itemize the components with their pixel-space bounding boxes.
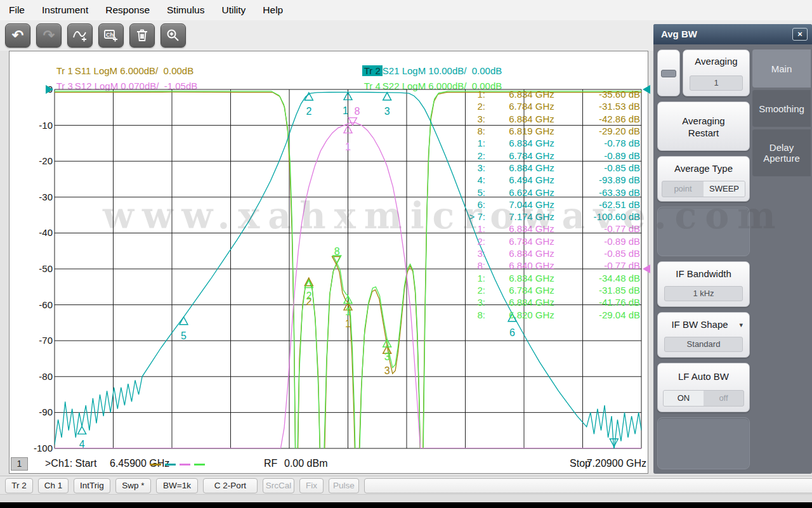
averaging-button[interactable]: Averaging 1	[683, 49, 750, 96]
status-button-pulse[interactable]: Pulse	[329, 478, 359, 493]
zoom-button[interactable]	[160, 23, 186, 48]
marker-readout-row: 8:6.820 GHz-29.04 dB	[460, 309, 640, 322]
marker-label: 1	[345, 141, 351, 152]
marker-number: 1:	[460, 88, 485, 101]
marker-readout-row: 2:6.784 GHz-0.89 dB	[460, 150, 640, 162]
stop-frequency: 7.20900 GHz	[587, 458, 646, 469]
marker-frequency: 6.834 GHz	[485, 137, 578, 150]
averaging-restart-button[interactable]: Averaging Restart	[657, 101, 750, 151]
menu-item-utility[interactable]: Utility	[219, 3, 248, 17]
lf-auto-bw-off[interactable]: off	[704, 391, 743, 406]
channel-badge[interactable]: 1	[11, 457, 28, 471]
marker-number: 3:	[460, 113, 485, 126]
menu-item-response[interactable]: Response	[103, 3, 152, 17]
trace-label-tr3[interactable]: Tr 3S12 LogM 0.070dB/ -1.05dB	[44, 70, 197, 82]
trace-swatch	[194, 464, 205, 466]
marker-value: -29.20 dB	[578, 125, 640, 138]
empty-panel-slot	[657, 207, 750, 256]
marker-label: 1	[345, 318, 351, 329]
trace-label-tr2[interactable]: Tr 2S21 LogM 10.00dB/ 0.00dB	[351, 55, 502, 67]
status-button-bw-1k[interactable]: BW=1k	[156, 478, 198, 493]
plot-window: Tr 1S11 LogM 6.000dB/ 0.00dB Tr 2S21 Log…	[9, 51, 648, 474]
marker-number: 8:	[460, 125, 485, 138]
status-button-fix[interactable]: Fix	[299, 478, 324, 493]
marker-value: -63.39 dB	[578, 186, 640, 199]
marker-readout-row: 6:7.044 GHz-62.51 dB	[460, 199, 640, 211]
close-icon[interactable]: ×	[792, 28, 808, 41]
menu-item-file[interactable]: File	[6, 3, 27, 17]
marker-frequency: 6.819 GHz	[485, 125, 578, 138]
if-bw-shape-button[interactable]: IF BW Shape ▾ Standard	[657, 312, 750, 358]
averaging-toggle-button[interactable]	[657, 49, 680, 96]
add-channel-icon: Ch	[103, 28, 119, 43]
marker-readout-row: > 7:7.174 GHz-100.60 dB	[460, 211, 640, 223]
marker-value: -0.77 dB	[578, 259, 640, 272]
status-button-srccal[interactable]: SrcCal	[263, 478, 294, 493]
marker-readout-row: 2:6.784 GHz-0.89 dB	[460, 235, 640, 248]
trace-label-tr4[interactable]: Tr 4S22 LogM 6.000dB/ 0.00dB	[351, 70, 502, 82]
marker-number: 3:	[460, 162, 485, 174]
marker-readout-row: 8:6.819 GHz-29.20 dB	[460, 125, 640, 138]
marker-frequency: 6.784 GHz	[485, 100, 578, 113]
average-type-point[interactable]: point	[662, 181, 704, 197]
menu-item-instrument[interactable]: Instrument	[39, 3, 91, 17]
trace-swatch	[150, 464, 161, 466]
marker-value: -0.85 dB	[578, 162, 640, 174]
tab-smoothing[interactable]: Smoothing	[752, 90, 811, 127]
status-button-ch-1[interactable]: Ch 1	[38, 478, 69, 493]
tab-main[interactable]: Main	[752, 49, 811, 88]
if-bw-shape-label: IF BW Shape	[658, 319, 749, 330]
marker-triangle	[78, 426, 86, 434]
marker-number: 8:	[460, 309, 485, 322]
zoom-in-icon	[166, 28, 181, 43]
marker-value: -0.89 dB	[578, 235, 640, 248]
if-bandwidth-button[interactable]: IF Bandwidth 1 kHz	[657, 261, 750, 307]
marker-label: 1	[343, 105, 348, 116]
delete-button[interactable]	[129, 23, 155, 48]
marker-value: -0.85 dB	[578, 247, 640, 260]
marker-readout-row: 1:6.834 GHz-35.60 dB	[460, 88, 640, 101]
trace-label-tr1[interactable]: Tr 1S11 LogM 6.000dB/ 0.00dB	[44, 55, 193, 67]
status-button-inttrig[interactable]: IntTrig	[74, 478, 110, 493]
marker-readout-row: 5:6.624 GHz-63.39 dB	[460, 186, 640, 199]
marker-number: 2:	[460, 235, 485, 248]
status-button-swp-[interactable]: Swp *	[115, 478, 151, 493]
marker-frequency: 6.784 GHz	[485, 235, 578, 248]
status-button-empty[interactable]	[364, 478, 812, 493]
marker-readout-row: 2:6.784 GHz-31.53 dB	[460, 100, 640, 113]
undo-button[interactable]: ↶	[5, 23, 30, 48]
average-type-sweep[interactable]: SWEEP	[704, 181, 745, 197]
status-button-tr-2[interactable]: Tr 2	[5, 478, 33, 493]
marker-number: 2:	[460, 100, 485, 113]
marker-number: 5:	[460, 186, 485, 199]
lf-auto-bw-segment[interactable]: ON off	[663, 390, 744, 407]
menu-item-stimulus[interactable]: Stimulus	[164, 3, 207, 17]
marker-frequency: 6.884 GHz	[485, 296, 578, 309]
lf-auto-bw-on[interactable]: ON	[664, 391, 704, 406]
status-button-c-2-port[interactable]: C 2-Port	[203, 478, 258, 493]
reference-level-icon	[643, 85, 650, 94]
marker-number: 3:	[460, 296, 485, 309]
if-bw-shape-value: Standard	[664, 337, 743, 352]
channel-bar: 1 >Ch1: Start 6.45900 GHz RF 0.00 dBm St…	[10, 456, 648, 473]
marker-value: -62.51 dB	[578, 199, 640, 211]
marker-frequency: 6.834 GHz	[485, 272, 578, 285]
lf-auto-bw-button[interactable]: LF Auto BW ON off	[657, 363, 750, 412]
tab-delay-aperture[interactable]: Delay Aperture	[752, 129, 811, 176]
marker-number: 1:	[460, 137, 485, 150]
marker-readout-row: 1:6.834 GHz-0.78 dB	[460, 137, 640, 150]
add-channel-button[interactable]: Ch	[98, 23, 124, 48]
marker-frequency: 6.834 GHz	[485, 223, 578, 235]
redo-icon: ↷	[43, 27, 55, 44]
marker-number: 3:	[460, 247, 485, 260]
average-type-segment[interactable]: point SWEEP	[662, 181, 745, 197]
menu-bar: FileInstrumentResponseStimulusUtilityHel…	[0, 0, 812, 20]
marker-label: 4	[79, 439, 85, 450]
average-type-button[interactable]: Average Type point SWEEP	[657, 156, 750, 202]
add-trace-button[interactable]	[67, 23, 93, 48]
if-bandwidth-label: IF Bandwidth	[658, 268, 749, 279]
menu-item-help[interactable]: Help	[260, 3, 285, 17]
trash-icon	[134, 28, 150, 43]
marker-number: 6:	[460, 199, 485, 211]
redo-button[interactable]: ↷	[36, 23, 62, 48]
